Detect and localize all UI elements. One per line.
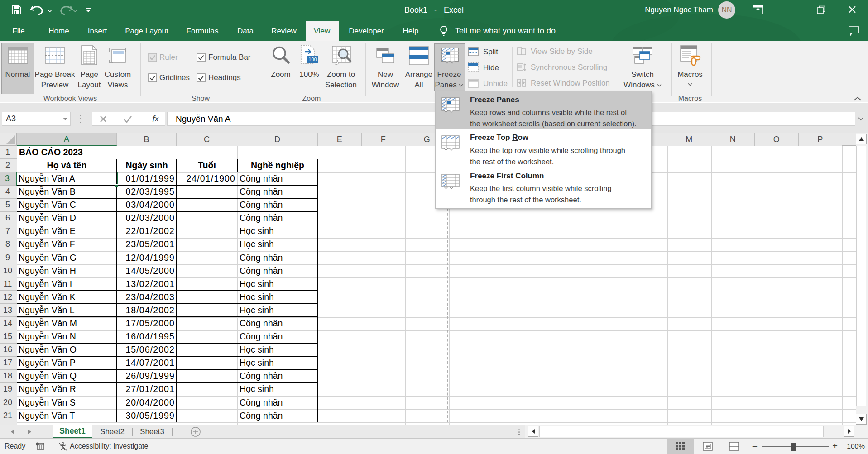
svg-text:100: 100 bbox=[308, 57, 317, 62]
